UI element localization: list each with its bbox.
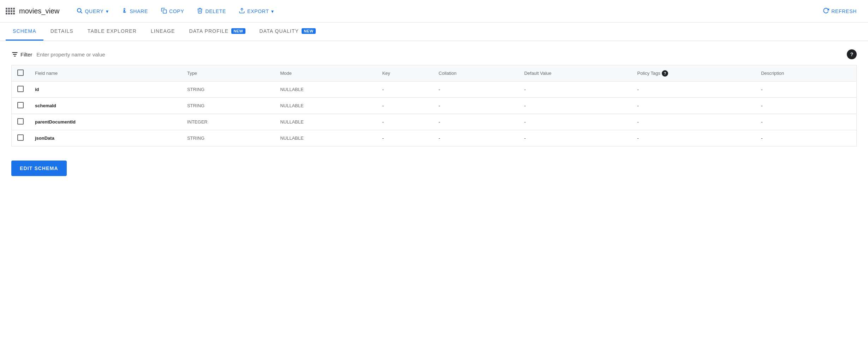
- refresh-button[interactable]: REFRESH: [817, 5, 862, 18]
- header-collation: Collation: [433, 65, 518, 82]
- row-key: -: [376, 114, 433, 130]
- tab-data-profile[interactable]: DATA PROFILE NEW: [182, 23, 252, 41]
- query-icon: [76, 7, 83, 15]
- header-description: Description: [755, 65, 856, 82]
- row-collation: -: [433, 130, 518, 146]
- tab-data-quality[interactable]: DATA QUALITY NEW: [252, 23, 323, 41]
- header-type: Type: [182, 65, 275, 82]
- row-policy-tags: -: [632, 114, 756, 130]
- row-description: -: [755, 130, 856, 146]
- row-default-value: -: [518, 82, 631, 98]
- row-field-name: id: [29, 82, 182, 98]
- query-button[interactable]: QUERY ▾: [71, 5, 114, 18]
- row-mode: NULLABLE: [274, 98, 376, 114]
- data-quality-badge: NEW: [302, 28, 315, 34]
- export-arrow-icon: ▾: [271, 8, 274, 14]
- delete-icon: [197, 7, 203, 15]
- table-row: id STRING NULLABLE - - - - -: [12, 82, 857, 98]
- filter-label: Filter: [11, 51, 32, 58]
- row-description: -: [755, 82, 856, 98]
- schema-table: Field name Type Mode Key Collation Defau…: [11, 65, 857, 146]
- row-field-name: jsonData: [29, 130, 182, 146]
- schema-content: Filter ? Field name Type Mode Key Collat…: [0, 41, 868, 185]
- tab-details[interactable]: DETAILS: [43, 23, 81, 41]
- row-select-checkbox[interactable]: [17, 86, 24, 92]
- svg-point-0: [77, 8, 81, 12]
- export-icon: [239, 7, 245, 15]
- table-row: parentDocumentId INTEGER NULLABLE - - - …: [12, 114, 857, 130]
- tab-schema[interactable]: SCHEMA: [6, 23, 43, 41]
- row-select-checkbox[interactable]: [17, 134, 24, 141]
- row-default-value: -: [518, 98, 631, 114]
- row-default-value: -: [518, 130, 631, 146]
- policy-tags-help-icon[interactable]: ?: [662, 70, 668, 77]
- svg-line-1: [81, 12, 82, 13]
- row-key: -: [376, 98, 433, 114]
- row-type: INTEGER: [182, 114, 275, 130]
- toolbar: movies_view QUERY ▾ SHARE: [0, 0, 868, 23]
- svg-rect-2: [163, 10, 167, 13]
- row-type: STRING: [182, 98, 275, 114]
- row-mode: NULLABLE: [274, 130, 376, 146]
- row-policy-tags: -: [632, 98, 756, 114]
- row-key: -: [376, 82, 433, 98]
- share-button[interactable]: SHARE: [115, 5, 154, 18]
- header-mode: Mode: [274, 65, 376, 82]
- header-key: Key: [376, 65, 433, 82]
- delete-button[interactable]: DELETE: [191, 5, 232, 18]
- copy-button[interactable]: COPY: [155, 5, 190, 18]
- row-collation: -: [433, 98, 518, 114]
- toolbar-actions: QUERY ▾ SHARE COPY: [71, 5, 862, 18]
- row-policy-tags: -: [632, 130, 756, 146]
- row-type: STRING: [182, 82, 275, 98]
- row-checkbox[interactable]: [12, 98, 30, 114]
- row-default-value: -: [518, 114, 631, 130]
- tabs-bar: SCHEMA DETAILS TABLE EXPLORER LINEAGE DA…: [0, 23, 868, 41]
- row-mode: NULLABLE: [274, 82, 376, 98]
- edit-schema-button[interactable]: EDIT SCHEMA: [11, 161, 67, 176]
- header-checkbox[interactable]: [12, 65, 30, 82]
- table-row: schemaId STRING NULLABLE - - - - -: [12, 98, 857, 114]
- header-default-value: Default Value: [518, 65, 631, 82]
- query-arrow-icon: ▾: [106, 8, 109, 14]
- header-field-name: Field name: [29, 65, 182, 82]
- page-title: movies_view: [19, 7, 59, 15]
- row-checkbox[interactable]: [12, 82, 30, 98]
- row-collation: -: [433, 82, 518, 98]
- select-all-checkbox[interactable]: [17, 70, 24, 76]
- tab-lineage[interactable]: LINEAGE: [144, 23, 182, 41]
- row-policy-tags: -: [632, 82, 756, 98]
- row-description: -: [755, 114, 856, 130]
- row-type: STRING: [182, 130, 275, 146]
- row-select-checkbox[interactable]: [17, 118, 24, 125]
- copy-icon: [161, 7, 167, 15]
- row-collation: -: [433, 114, 518, 130]
- row-mode: NULLABLE: [274, 114, 376, 130]
- row-checkbox[interactable]: [12, 114, 30, 130]
- table-row: jsonData STRING NULLABLE - - - - -: [12, 130, 857, 146]
- row-description: -: [755, 98, 856, 114]
- filter-help-icon[interactable]: ?: [847, 49, 857, 59]
- grid-icon: [6, 8, 15, 14]
- table-header-row: Field name Type Mode Key Collation Defau…: [12, 65, 857, 82]
- header-policy-tags: Policy Tags ?: [632, 65, 756, 82]
- row-select-checkbox[interactable]: [17, 102, 24, 108]
- filter-bar: Filter ?: [11, 49, 857, 59]
- tab-table-explorer[interactable]: TABLE EXPLORER: [81, 23, 144, 41]
- row-key: -: [376, 130, 433, 146]
- share-icon: [121, 7, 127, 15]
- data-profile-badge: NEW: [231, 28, 245, 34]
- refresh-icon: [823, 7, 829, 15]
- filter-input[interactable]: [36, 52, 843, 58]
- row-checkbox[interactable]: [12, 130, 30, 146]
- row-field-name: schemaId: [29, 98, 182, 114]
- row-field-name: parentDocumentId: [29, 114, 182, 130]
- export-button[interactable]: EXPORT ▾: [233, 5, 279, 18]
